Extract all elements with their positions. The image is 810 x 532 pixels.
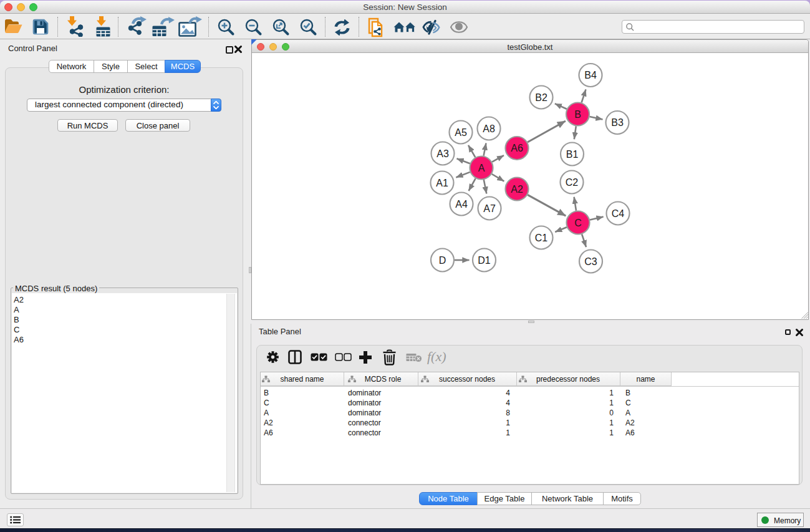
svg-text:A8: A8 [483, 123, 495, 134]
svg-text:B1: B1 [566, 149, 579, 160]
svg-text:A6: A6 [511, 143, 523, 153]
svg-text:D: D [439, 255, 446, 266]
svg-text:D1: D1 [478, 255, 491, 266]
svg-text:B: B [574, 109, 581, 120]
svg-text:C3: C3 [584, 256, 597, 267]
svg-text:A7: A7 [483, 203, 496, 214]
svg-text:C4: C4 [612, 208, 625, 219]
svg-text:A2: A2 [511, 184, 523, 195]
svg-text:C: C [574, 218, 582, 228]
svg-text:A3: A3 [436, 148, 449, 159]
svg-text:A: A [478, 163, 485, 173]
svg-text:B2: B2 [535, 92, 547, 103]
svg-text:B4: B4 [584, 70, 597, 80]
svg-text:A5: A5 [455, 127, 467, 138]
svg-text:A4: A4 [455, 199, 468, 210]
svg-text:B3: B3 [611, 117, 624, 128]
svg-text:C1: C1 [535, 233, 548, 243]
svg-text:C2: C2 [566, 177, 579, 188]
svg-text:A1: A1 [436, 178, 448, 188]
